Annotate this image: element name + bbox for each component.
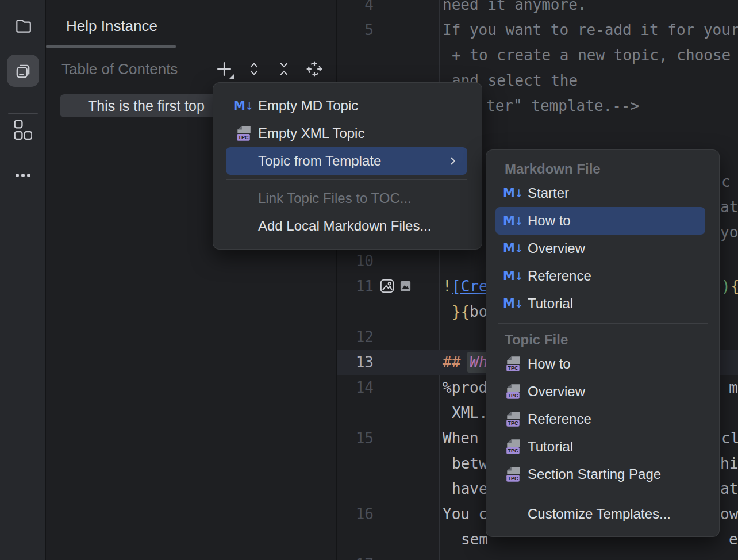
code-segment: need it anymore. <box>443 0 586 17</box>
structure-icon <box>14 120 32 140</box>
menu-item-label: Reference <box>528 268 591 284</box>
code-segment: ow <box>720 501 738 527</box>
code-segment: his <box>720 451 738 476</box>
menu-item-label: Overview <box>528 383 585 400</box>
line-number: 12 <box>337 324 374 350</box>
topic-file-icon: TPC <box>505 383 522 400</box>
menu-item-overview[interactable]: M↓Overview <box>495 235 705 262</box>
menu-item-tutorial[interactable]: M↓Tutorial <box>495 290 705 317</box>
ide-window: 4need it anymore.5If you want to re-add … <box>0 0 738 560</box>
menu-separator <box>226 179 467 180</box>
code-segment: betw <box>452 451 488 476</box>
line-number: 10 <box>337 248 374 274</box>
menu-item-reference[interactable]: M↓Reference <box>495 262 705 290</box>
code-segment: bo <box>470 299 487 324</box>
menu-item-label: Section Starting Page <box>528 466 661 482</box>
menu-item-label: Overview <box>528 240 585 256</box>
expand-all-button[interactable] <box>244 59 264 79</box>
menu-item-add-local-markdown-files[interactable]: Add Local Markdown Files... <box>226 212 467 240</box>
structure-icon-button[interactable] <box>7 114 39 146</box>
collapse-all-button[interactable] <box>274 59 294 79</box>
chevron-right-icon <box>448 156 458 166</box>
menu-item-label: Reference <box>528 411 591 427</box>
menu-section-markdown-file: Markdown File <box>486 159 719 179</box>
code-segment: have <box>452 476 488 501</box>
code-segment: ) <box>721 274 731 299</box>
toc-label: Table of Contents <box>62 52 178 86</box>
line-number: 11 <box>337 274 374 299</box>
svg-text:TPC: TPC <box>508 420 518 426</box>
code-segment: { <box>731 274 738 299</box>
menu-item-tutorial[interactable]: TPCTutorial <box>495 433 705 461</box>
menu-item-overview[interactable]: TPCOverview <box>495 378 705 405</box>
menu-item-reference[interactable]: TPCReference <box>495 405 705 433</box>
menu-item-customize-templates[interactable]: Customize Templates... <box>495 500 705 528</box>
menu-item-link-topic-files-to-toc[interactable]: Link Topic Files to TOC... <box>226 185 467 212</box>
menu-item-label: Tutorial <box>528 439 573 455</box>
line-number: 14 <box>337 375 374 400</box>
menu-item-label: How to <box>528 213 571 229</box>
topic-file-icon: TPC <box>505 466 522 483</box>
line-number: 5 <box>337 17 374 43</box>
svg-text:TPC: TPC <box>508 393 518 398</box>
toc-item-label: This is the first top <box>60 94 221 117</box>
menu-item-how-to[interactable]: TPCHow to <box>495 350 705 378</box>
code-segment: XML. <box>452 400 488 425</box>
code-segment: at <box>720 476 738 501</box>
line-number: 17 <box>337 552 374 560</box>
menu-item-label: Customize Templates... <box>528 506 671 522</box>
menu-item-label: Add Local Markdown Files... <box>258 218 431 234</box>
svg-text:TPC: TPC <box>508 365 518 371</box>
code-segment: }{ <box>452 299 470 324</box>
code-segment: You c <box>443 501 487 527</box>
image-preview-icon[interactable] <box>379 278 395 296</box>
add-topic-button[interactable] <box>214 59 235 79</box>
folder-icon <box>14 17 32 35</box>
menu-item-label: Topic from Template <box>258 153 381 169</box>
line-number: 15 <box>337 425 374 451</box>
line-number: 16 <box>337 501 374 527</box>
markdown-icon: M↓ <box>503 215 524 227</box>
instances-icon <box>13 61 33 80</box>
menu-item-empty-xml-topic[interactable]: TPCEmpty XML Topic <box>226 120 467 147</box>
menu-item-starter[interactable]: M↓Starter <box>495 179 705 207</box>
code-segment: e <box>729 527 738 552</box>
instances-icon-button[interactable] <box>7 55 39 87</box>
menu-separator <box>498 494 708 494</box>
svg-text:TPC: TPC <box>238 135 249 140</box>
svg-text:TPC: TPC <box>508 448 518 454</box>
code-segment: When <box>443 425 479 451</box>
image-thumbnail-icon[interactable] <box>399 279 412 295</box>
menu-item-label: Tutorial <box>528 296 573 312</box>
code-segment: sem <box>461 527 488 552</box>
collapse-all-icon <box>276 61 292 77</box>
expand-all-icon <box>246 61 262 77</box>
menu-item-empty-md-topic[interactable]: M↓Empty MD Topic <box>226 92 467 120</box>
menu-item-how-to[interactable]: M↓How to <box>495 207 705 235</box>
new-topic-menu: M↓Empty MD TopicTPCEmpty XML TopicTopic … <box>213 82 482 250</box>
menu-item-topic-from-template[interactable]: Topic from Template <box>226 147 467 175</box>
locate-button[interactable] <box>304 59 325 79</box>
code-segment: at <box>720 194 738 220</box>
code-segment: yo <box>720 220 738 245</box>
folder-icon-button[interactable] <box>7 10 39 42</box>
more-icon-button[interactable] <box>7 159 39 191</box>
toc-item-selected[interactable]: This is the first top <box>60 94 221 117</box>
dropdown-arrow-icon <box>229 74 234 79</box>
markdown-icon: M↓ <box>503 243 524 255</box>
code-segment: cl <box>721 425 738 451</box>
menu-item-label: Empty XML Topic <box>258 125 364 141</box>
menu-item-label: Link Topic Files to TOC... <box>258 190 412 206</box>
menu-item-section-starting-page[interactable]: TPCSection Starting Page <box>495 461 705 488</box>
header-divider <box>46 51 337 51</box>
panel-scrollbar-thumb[interactable] <box>46 45 176 48</box>
toolwindow-stripe <box>0 0 46 560</box>
toolwindow-title: Help Instance <box>66 17 157 35</box>
locate-icon <box>306 60 323 78</box>
code-segment: [Cre <box>452 274 488 299</box>
code-segment: c <box>721 169 731 194</box>
code-segment: %prod <box>443 375 487 400</box>
code-segment: ! <box>443 274 452 299</box>
markdown-icon: M↓ <box>233 100 254 112</box>
markdown-icon: M↓ <box>503 187 524 200</box>
